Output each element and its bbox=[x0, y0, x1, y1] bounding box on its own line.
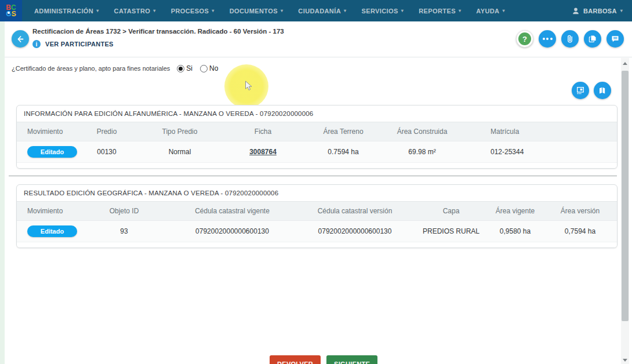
attachment-button[interactable] bbox=[561, 30, 579, 48]
map-button[interactable] bbox=[594, 82, 611, 99]
more-options-button[interactable] bbox=[539, 30, 556, 48]
radio-option-no[interactable]: No bbox=[200, 64, 218, 72]
nav-item-documentos[interactable]: DOCUMENTOS▾ bbox=[222, 8, 291, 14]
screen-select-icon bbox=[576, 86, 585, 95]
map-icon bbox=[598, 86, 607, 95]
cell-area-terreno: 0.7594 ha bbox=[305, 141, 382, 162]
arrow-left-icon bbox=[16, 35, 25, 43]
col-matricula: Matrícula bbox=[463, 122, 618, 141]
page-header: Rectificacion de Áreas 1732 > Verificar … bbox=[5, 21, 632, 57]
cell-predio: 00130 bbox=[75, 141, 139, 162]
chevron-down-icon: ▾ bbox=[401, 8, 404, 13]
nav-item-servicios[interactable]: SERVICIOS▾ bbox=[354, 8, 411, 14]
help-icon: ? bbox=[518, 32, 531, 45]
app-logo[interactable]: BC GS bbox=[0, 0, 22, 21]
vertical-scrollbar[interactable] bbox=[621, 58, 629, 364]
copy-documents-button[interactable] bbox=[584, 30, 601, 48]
col-capa: Capa bbox=[414, 202, 488, 220]
cell-capa: PREDIOS RURAL bbox=[414, 220, 488, 242]
cell-area-construida: 69.98 m² bbox=[382, 141, 463, 162]
scroll-up-icon[interactable] bbox=[623, 62, 627, 65]
col-tipo-predio: Tipo Predio bbox=[139, 122, 221, 141]
card-padding bbox=[17, 242, 617, 247]
col-objeto-id: Objeto ID bbox=[79, 202, 169, 220]
scrollbar-thumb[interactable] bbox=[622, 71, 629, 321]
main-content: ¿Certificado de áreas y plano, apto para… bbox=[5, 57, 619, 364]
col-ficha: Ficha bbox=[221, 122, 305, 141]
cell-cedula-version: 0792002000000600130 bbox=[296, 220, 414, 242]
help-button[interactable]: ? bbox=[516, 30, 533, 48]
cell-matricula: 012-25344 bbox=[463, 141, 618, 162]
section-alfanumerica: INFORMACIÓN PARA EDICIÓN ALFANUMÉRICA - … bbox=[16, 105, 618, 169]
nav-item-reportes[interactable]: REPORTES▾ bbox=[411, 8, 468, 14]
col-predio: Predio bbox=[75, 122, 139, 141]
table-row: Editado 93 0792002000000600130 079200200… bbox=[17, 220, 618, 242]
app-window: BC GS ADMINISTRACIÓN▾ CATASTRO▾ PROCESOS… bbox=[0, 0, 632, 364]
card-padding bbox=[17, 163, 617, 168]
more-options-icon bbox=[543, 38, 553, 40]
comments-button[interactable] bbox=[606, 30, 624, 48]
col-movimiento: Movimiento bbox=[17, 122, 75, 141]
siguiente-button[interactable]: SIGUIENTE bbox=[326, 355, 377, 364]
nav-item-ciudadania[interactable]: CIUDADANÍA▾ bbox=[290, 8, 354, 14]
notarial-question-row: ¿Certificado de áreas y plano, apto para… bbox=[12, 64, 218, 72]
chevron-down-icon: ▾ bbox=[620, 8, 623, 13]
page-left-margin bbox=[0, 21, 5, 364]
nav-item-catastro[interactable]: CATASTRO▾ bbox=[107, 8, 164, 14]
screen-select-button[interactable] bbox=[572, 82, 589, 99]
user-name: BARBOSA bbox=[583, 8, 617, 14]
user-menu[interactable]: BARBOSA ▾ bbox=[572, 7, 623, 15]
nav-item-ayuda[interactable]: AYUDA▾ bbox=[468, 8, 513, 14]
header-action-icons: ? bbox=[516, 30, 624, 48]
geografica-table: Movimiento Objeto ID Cédula catastral vi… bbox=[17, 202, 618, 242]
notarial-radio-group: Si No bbox=[177, 64, 218, 72]
chevron-down-icon: ▾ bbox=[96, 8, 99, 13]
col-cedula-vigente: Cédula catastral vigente bbox=[169, 202, 296, 220]
section-geografica-title: RESULTADO EDICIÓN GEOGRÁFICA - MANZANA O… bbox=[17, 185, 617, 202]
nav-item-administracion[interactable]: ADMINISTRACIÓN▾ bbox=[27, 8, 107, 14]
radio-option-si[interactable]: Si bbox=[177, 64, 192, 72]
nav-item-procesos[interactable]: PROCESOS▾ bbox=[164, 8, 222, 14]
col-area-construida: Área Construida bbox=[382, 122, 463, 141]
cell-area-version: 0,7594 ha bbox=[542, 220, 618, 242]
footer-actions: DEVOLVER SIGUIENTE bbox=[270, 355, 377, 364]
main-menu: ADMINISTRACIÓN▾ CATASTRO▾ PROCESOS▾ DOCU… bbox=[27, 8, 513, 14]
alfanumerica-table: Movimiento Predio Tipo Predio Ficha Área… bbox=[17, 122, 618, 163]
radio-no-unselected[interactable] bbox=[200, 65, 208, 72]
copy-documents-icon bbox=[588, 34, 597, 43]
col-area-version: Área versión bbox=[542, 202, 618, 220]
ver-participantes-link[interactable]: VER PARTICIPANTES bbox=[45, 41, 114, 48]
cell-cedula-vigente: 0792002000000600130 bbox=[169, 220, 296, 242]
col-area-vigente: Área vigente bbox=[488, 202, 542, 220]
ficha-link[interactable]: 3008764 bbox=[249, 148, 277, 156]
chevron-down-icon: ▾ bbox=[212, 8, 214, 13]
logo-dot bbox=[8, 12, 10, 14]
user-icon bbox=[572, 7, 580, 15]
chevron-down-icon: ▾ bbox=[281, 8, 283, 13]
scroll-down-icon[interactable] bbox=[623, 359, 627, 362]
section-alfanumerica-title: INFORMACIÓN PARA EDICIÓN ALFANUMÉRICA - … bbox=[17, 105, 617, 122]
table-row: Editado 00130 Normal 3008764 0.7594 ha 6… bbox=[17, 141, 618, 162]
devolver-button[interactable]: DEVOLVER bbox=[270, 355, 321, 364]
status-badge-editado[interactable]: Editado bbox=[27, 146, 77, 158]
comments-icon bbox=[611, 34, 620, 43]
cell-area-vigente: 0,9580 ha bbox=[488, 220, 542, 242]
cell-objeto-id: 93 bbox=[79, 220, 169, 242]
back-button[interactable] bbox=[12, 30, 29, 48]
chevron-down-icon: ▾ bbox=[502, 8, 504, 13]
status-badge-editado[interactable]: Editado bbox=[27, 225, 77, 237]
breadcrumb: Rectificacion de Áreas 1732 > Verificar … bbox=[32, 28, 284, 35]
col-area-terreno: Área Terreno bbox=[305, 122, 382, 141]
section-geografica: RESULTADO EDICIÓN GEOGRÁFICA - MANZANA O… bbox=[16, 184, 618, 248]
cell-tipo-predio: Normal bbox=[139, 141, 221, 162]
chevron-down-icon: ▾ bbox=[459, 8, 461, 13]
chevron-down-icon: ▾ bbox=[344, 8, 346, 13]
top-nav: BC GS ADMINISTRACIÓN▾ CATASTRO▾ PROCESOS… bbox=[0, 0, 632, 21]
mouse-cursor bbox=[245, 81, 253, 91]
radio-si-selected[interactable] bbox=[177, 65, 184, 72]
notarial-question-label: ¿Certificado de áreas y plano, apto para… bbox=[12, 65, 170, 72]
chevron-down-icon: ▾ bbox=[153, 8, 155, 13]
col-movimiento: Movimiento bbox=[17, 202, 79, 220]
col-cedula-version: Cédula catastral versión bbox=[296, 202, 414, 220]
geografica-header-row: Movimiento Objeto ID Cédula catastral vi… bbox=[17, 202, 618, 220]
